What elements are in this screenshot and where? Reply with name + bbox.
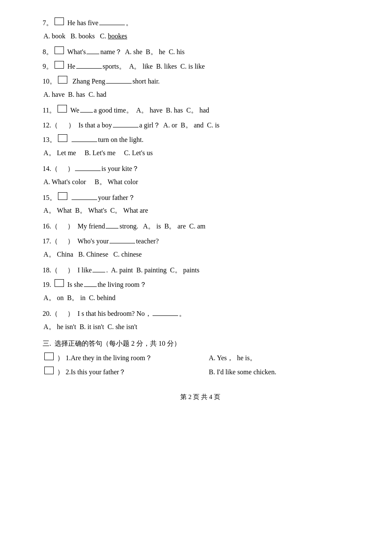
q18-close: ） I like (67, 264, 92, 277)
q9-text2: sports。 A。 like B. likes C. is like (103, 61, 205, 73)
q8-text1: What's (66, 46, 86, 58)
match-item-1: ） 1.Are they in the living room？ A. Yes，… (43, 352, 358, 364)
q9-paren[interactable] (55, 61, 64, 69)
match1-rparen: ） (55, 352, 64, 364)
q19-num: 19. (43, 279, 53, 291)
q18-blank (92, 272, 105, 272)
q10-num: 10。 (43, 75, 56, 88)
q20-close: ） I s that his bedroom? No， (67, 308, 152, 320)
match2-right: B. I'd like some chicken. (209, 366, 358, 379)
q16-num: 16.（ (43, 220, 58, 233)
q13-paren[interactable] (58, 134, 67, 142)
q14-num: 14.（ (43, 163, 58, 175)
q18-num: 18.（ (43, 264, 58, 277)
q13-sp (69, 134, 71, 146)
question-10: 10。 Zhang Peng short hair. A. have B. ha… (43, 75, 358, 101)
question-20: 20.（ ） I s that his bedroom? No， 。 A。 he… (43, 308, 358, 333)
question-15: 15。 your father？ A。 What B。 What's C。 Wh… (43, 192, 358, 217)
q17-paren-inner[interactable] (58, 235, 67, 248)
q17-close: ） Who's your (67, 235, 109, 248)
q12-num: 12.（ (43, 119, 58, 132)
match1-left: 1.Are they in the living room？ (64, 352, 209, 364)
match-item-2: ） 2.Is this your father？ B. I'd like som… (43, 366, 358, 379)
q13-blank (72, 142, 97, 142)
q8-blank (86, 54, 99, 54)
q20-blank (153, 315, 178, 316)
q7-paren[interactable] (55, 17, 64, 25)
q12-close: ） Is that a boy (68, 119, 112, 132)
match1-right: A. Yes， he is。 (209, 352, 358, 364)
q11-blank (80, 112, 93, 113)
q8-paren[interactable] (55, 46, 64, 54)
q13-options: A。 Let me B. Let's me C. Let's us (43, 147, 358, 159)
q10-text2: short hair. (133, 75, 160, 88)
q8-text2: name？ A. she B。 he C. his (100, 46, 184, 58)
q7-blank (99, 25, 125, 25)
q15-num: 15。 (43, 192, 56, 204)
q9-text1: He (66, 61, 75, 73)
q13-num: 13。 (43, 134, 56, 146)
question-7: 7。 He has five 。 A. book B. books C. boo… (43, 17, 358, 43)
q12-blank (113, 127, 138, 127)
q9-num: 9。 (43, 61, 53, 73)
q11-text1: We (69, 104, 79, 117)
q15-paren[interactable] (58, 192, 67, 200)
q14-options: A. What's color B。 What color (43, 176, 358, 188)
q10-text1: Zhang Peng (69, 75, 105, 88)
q7-text: He has five (66, 17, 98, 29)
q7-num: 7。 (43, 17, 53, 29)
q19-text2: the living room？ (98, 279, 147, 291)
q16-paren-inner[interactable] (58, 220, 67, 233)
q17-num: 17.（ (43, 235, 58, 248)
q16-text: strong. A。 is B。 are C. am (119, 220, 205, 233)
footer-text: 第 2 页 共 4 页 (180, 393, 220, 400)
question-14: 14.（ ） is your kite？ A. What's color B。 … (43, 163, 358, 188)
q15-sp (69, 192, 71, 204)
q14-blank (75, 171, 101, 171)
q20-end: 。 (179, 308, 186, 320)
q20-num: 20.（ (43, 308, 58, 320)
question-17: 17.（ ） Who's your teacher? A。 China B. C… (43, 235, 358, 261)
question-13: 13。 turn on the light. A。 Let me B. Let'… (43, 134, 358, 159)
q14-paren-inner[interactable] (58, 163, 67, 175)
page-footer: 第 2 页 共 4 页 (43, 391, 358, 403)
q9-blank (76, 68, 102, 69)
question-12: 12.（ ） Is that a boy a girl？ A. or B。 an… (43, 119, 358, 132)
q20-options: A。 he isn't B. it isn't C. she isn't (43, 321, 358, 333)
q18-text: . A. paint B. painting C。 paints (106, 264, 199, 277)
question-8: 8。 What's name？ A. she B。 he C. his (43, 46, 358, 58)
q11-paren[interactable] (58, 105, 67, 113)
q18-paren-inner[interactable] (58, 264, 67, 277)
q16-blank (106, 228, 118, 228)
q17-blank (110, 243, 135, 243)
q15-text: your father？ (98, 192, 135, 204)
q15-options: A。 What B。 What's C。 What are (43, 205, 358, 217)
section3-title: 三. 选择正确的答句（每小题 2 分，共 10 分） (43, 338, 358, 350)
q16-close: ） My friend (67, 220, 105, 233)
q7-options: A. book B. books C. bookes (43, 30, 358, 43)
question-16: 16.（ ） My friend strong. A。 is B。 are C.… (43, 220, 358, 233)
match2-left: 2.Is this your father？ (64, 366, 209, 379)
q12-paren-inner[interactable] (60, 119, 66, 127)
q20-paren-inner[interactable] (58, 308, 67, 320)
q15-blank (72, 199, 97, 200)
q10-options: A. have B. has C. had (43, 89, 358, 101)
q10-paren[interactable] (58, 76, 67, 84)
q10-blank (106, 83, 132, 84)
q14-text: is your kite？ (101, 163, 139, 175)
question-18: 18.（ ） I like . A. paint B. painting C。 … (43, 264, 358, 277)
match1-paren[interactable] (44, 353, 54, 360)
q11-num: 11。 (43, 104, 56, 117)
q19-paren[interactable] (55, 279, 64, 287)
q19-options: A。 on B。 in C. behind (43, 292, 358, 304)
q14-close: ） (67, 163, 74, 175)
q13-text: turn on the light. (98, 134, 144, 146)
match2-paren[interactable] (44, 367, 54, 374)
q17-options: A。 China B. Chinese C. chinese (43, 249, 358, 261)
q7-end: 。 (126, 17, 133, 29)
q19-text1: Is she (66, 279, 83, 291)
q11-text2: a good time。 A。 have B. has C。 had (94, 104, 209, 117)
q19-blank (84, 286, 97, 287)
question-11: 11。 We a good time。 A。 have B. has C。 ha… (43, 104, 358, 117)
question-9: 9。 He sports。 A。 like B. likes C. is lik… (43, 61, 358, 73)
